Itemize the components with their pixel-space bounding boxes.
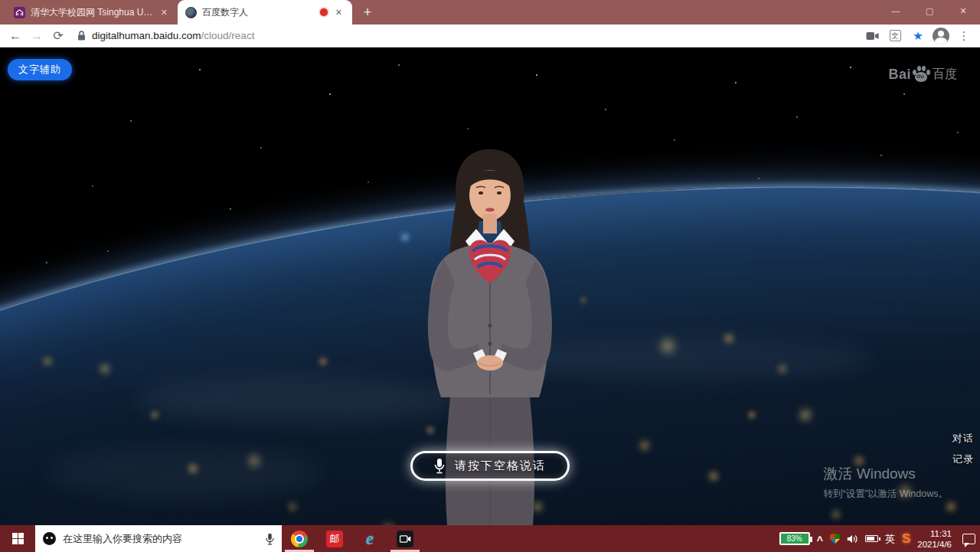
microphone-icon <box>434 458 445 474</box>
baidu-paw-icon: du <box>912 66 930 83</box>
taskbar-chrome-icon[interactable] <box>282 525 317 552</box>
taskbar-clock[interactable]: 11:31 2021/4/6 <box>917 528 952 550</box>
baidu-logo-text: Bai <box>888 67 911 83</box>
minimize-button[interactable]: — <box>879 0 913 21</box>
tray-expand-icon[interactable]: ^ <box>817 534 823 547</box>
browser-titlebar: 清华大学校园网 Tsinghua Univ ✕ 百度数字人 ✕ + — ▢ ✕ <box>0 0 980 24</box>
cortana-icon <box>43 532 56 545</box>
taskbar-search-input[interactable]: 在这里输入你要搜索的内容 <box>35 525 282 552</box>
url-text: digitalhuman.baidu.com/cloud/react <box>92 30 254 41</box>
tab-tsinghua[interactable]: 清华大学校园网 Tsinghua Univ ✕ <box>6 0 178 24</box>
taskbar-mail-icon[interactable]: 邮 <box>317 525 352 552</box>
start-button[interactable] <box>0 525 35 552</box>
url-domain: digitalhuman.baidu.com <box>92 30 201 41</box>
avatar-icon <box>933 28 949 44</box>
search-placeholder-text: 在这里输入你要搜索的内容 <box>63 532 259 546</box>
forward-button[interactable]: → <box>27 26 47 46</box>
mic-prompt-text: 请按下空格说话 <box>455 459 546 473</box>
recording-indicator-icon <box>320 8 328 16</box>
tab-title: 百度数字人 <box>202 6 315 19</box>
tab-digital-human[interactable]: 百度数字人 ✕ <box>178 0 352 24</box>
windows-activation-watermark: 激活 Windows 转到“设置”以激活 Windows。 <box>823 464 948 501</box>
lock-icon <box>77 31 86 41</box>
internet-explorer-icon: e <box>366 529 374 549</box>
action-center-icon[interactable] <box>962 534 975 544</box>
new-tab-button[interactable]: + <box>357 2 378 22</box>
windows-taskbar: 在这里输入你要搜索的内容 邮 e 83% ^ 英 S 11:31 2021/4/… <box>0 525 980 552</box>
refresh-button[interactable]: ⟳ <box>48 26 68 46</box>
city-lights <box>0 47 3 51</box>
globe-favicon <box>185 7 197 18</box>
tsinghua-favicon <box>14 7 25 18</box>
windows-logo-icon <box>12 533 24 544</box>
bookmark-star-icon[interactable]: ★ <box>907 26 929 46</box>
volume-icon[interactable] <box>847 534 858 544</box>
battery-percent-indicator[interactable]: 83% <box>779 532 810 545</box>
tab-title: 清华大学校园网 Tsinghua Univ <box>31 6 153 19</box>
address-bar[interactable]: digitalhuman.baidu.com/cloud/react <box>70 26 860 46</box>
cloud-streak <box>46 446 322 499</box>
browser-toolbar: ← → ⟳ digitalhuman.baidu.com/cloud/react… <box>0 24 980 47</box>
video-camera-icon <box>397 531 413 547</box>
screen-record-icon[interactable] <box>861 26 883 46</box>
taskbar-camera-icon[interactable] <box>387 525 423 552</box>
tab-close-icon[interactable]: ✕ <box>158 7 170 18</box>
sogou-input-icon[interactable]: S <box>902 531 910 547</box>
system-tray: 83% ^ 英 S 11:31 2021/4/6 <box>779 525 980 552</box>
clock-time: 11:31 <box>917 528 952 539</box>
battery-icon[interactable] <box>865 535 878 542</box>
baidu-logo-cn: 百度 <box>933 67 957 83</box>
taskbar-ie-icon[interactable]: e <box>352 525 387 552</box>
tab-close-icon[interactable]: ✕ <box>333 7 345 18</box>
close-button[interactable]: ✕ <box>946 0 980 21</box>
side-panel-tabs: 对话 记录 <box>952 432 974 466</box>
chrome-icon <box>291 531 308 547</box>
side-tab-dialog[interactable]: 对话 <box>952 432 974 446</box>
clock-date: 2021/4/6 <box>917 539 952 550</box>
browser-menu-icon[interactable]: ⋮ <box>953 26 975 46</box>
baidu-logo: Bai du 百度 <box>888 66 957 83</box>
profile-avatar[interactable] <box>930 26 952 46</box>
translate-icon[interactable]: 文 <box>884 26 906 46</box>
search-mic-icon[interactable] <box>266 533 274 545</box>
maximize-button[interactable]: ▢ <box>913 0 946 21</box>
input-language-indicator[interactable]: 英 <box>885 532 895 546</box>
mail-icon: 邮 <box>326 531 343 547</box>
text-assist-button[interactable]: 文字辅助 <box>8 59 72 80</box>
window-controls: — ▢ ✕ <box>879 0 980 21</box>
url-path: /cloud/react <box>201 30 255 41</box>
back-button[interactable]: ← <box>5 26 25 46</box>
push-to-talk-button[interactable]: 请按下空格说话 <box>410 451 570 481</box>
windows-security-icon[interactable] <box>830 534 840 544</box>
side-tab-history[interactable]: 记录 <box>952 452 974 466</box>
digital-human-viewport: 文字辅助 Bai du 百度 请按下空格说话 对话 记录 激活 Windows … <box>0 47 980 525</box>
